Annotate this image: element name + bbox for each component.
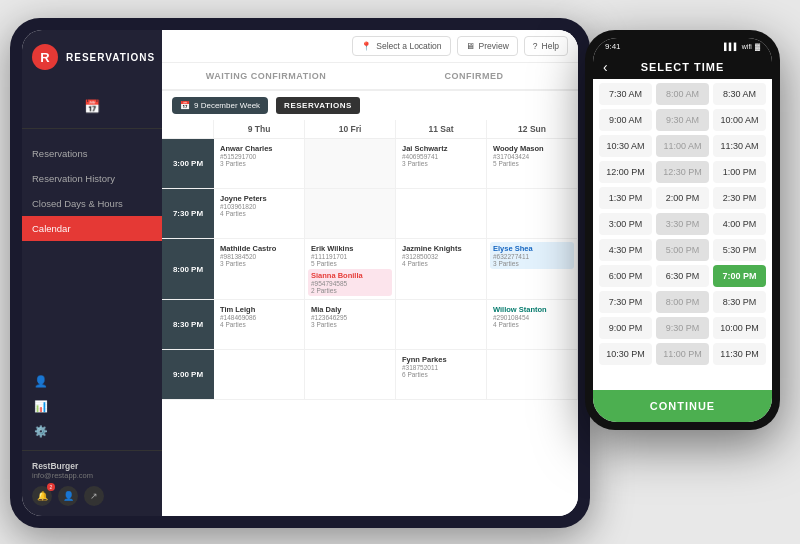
cal-cell[interactable]: Elyse Shea #632277411 3 Parties (487, 239, 578, 299)
time-slot[interactable]: 11:30 PM (713, 343, 766, 365)
preview-button[interactable]: 🖥 Preview (457, 36, 518, 56)
tablet-screen: R RESERVATIONS 📅 Reservations Reservatio… (22, 30, 578, 516)
table-row: 8:00 PM Mathilde Castro #981384520 3 Par… (162, 239, 578, 300)
time-slot[interactable]: 3:00 PM (599, 213, 652, 235)
time-slot[interactable]: 9:00 PM (599, 317, 652, 339)
time-slot[interactable]: 7:00 PM (713, 265, 766, 287)
reservation-card: Woody Mason #317043424 5 Parties (490, 142, 574, 169)
phone-header-title: SELECT TIME (641, 61, 725, 73)
tab-waiting[interactable]: WAITING CONFIRMATION (162, 63, 370, 91)
time-slot[interactable]: 7:30 AM (599, 83, 652, 105)
cal-cell[interactable]: Mathilde Castro #981384520 3 Parties (214, 239, 305, 299)
tab-confirmed[interactable]: CONFIRMED (370, 63, 578, 91)
cal-toolbar: 📅 9 December Week RESERVATIONS (162, 91, 578, 120)
time-slot[interactable]: 4:30 PM (599, 239, 652, 261)
time-slot[interactable]: 8:00 PM (656, 291, 709, 313)
table-row: 7:30 PM Joyne Peters #103961820 4 Partie… (162, 189, 578, 239)
time-slot[interactable]: 9:00 AM (599, 109, 652, 131)
time-slot[interactable]: 1:00 PM (713, 161, 766, 183)
tabs-row: WAITING CONFIRMATION CONFIRMED (162, 63, 578, 91)
sidebar-user-email: info@restapp.com (32, 471, 152, 480)
time-label: 7:30 PM (162, 189, 214, 238)
calendar-icon[interactable]: 📅 (78, 92, 106, 120)
time-label: 3:00 PM (162, 139, 214, 188)
reservation-card: Tim Leigh #148469086 4 Parties (217, 303, 301, 330)
reservation-card: Joyne Peters #103961820 4 Parties (217, 192, 301, 219)
cal-grid: 9 Thu 10 Fri 11 Sat 12 Sun 3:00 PM Anwar… (162, 120, 578, 516)
time-slot[interactable]: 9:30 AM (656, 109, 709, 131)
time-slot[interactable]: 11:00 PM (656, 343, 709, 365)
time-slot[interactable]: 2:30 PM (713, 187, 766, 209)
cal-cell[interactable]: Jazmine Knights #312850032 4 Parties (396, 239, 487, 299)
sidebar-item-history[interactable]: Reservation History (22, 166, 162, 191)
top-bar: 📍 Select a Location 🖥 Preview ? Help (162, 30, 578, 63)
reservation-card: Mathilde Castro #981384520 3 Parties (217, 242, 301, 269)
cal-cell[interactable]: Woody Mason #317043424 5 Parties (487, 139, 578, 188)
col-fri: 10 Fri (305, 120, 396, 138)
cal-cell[interactable]: Jai Schwartz #406959741 3 Parties (396, 139, 487, 188)
sidebar-item-calendar[interactable]: Calendar (22, 216, 162, 241)
time-slot[interactable]: 8:30 AM (713, 83, 766, 105)
col-sun: 12 Sun (487, 120, 578, 138)
cal-cell[interactable]: Willow Stanton #290108454 4 Parties (487, 300, 578, 349)
calendar-small-icon: 📅 (180, 101, 190, 110)
time-slot[interactable]: 10:30 AM (599, 135, 652, 157)
select-location-button[interactable]: 📍 Select a Location (352, 36, 450, 56)
time-slot[interactable]: 12:00 PM (599, 161, 652, 183)
sidebar-user-name: RestBurger (32, 461, 152, 471)
time-slot[interactable]: 10:00 PM (713, 317, 766, 339)
time-slot[interactable]: 12:30 PM (656, 161, 709, 183)
phone-status-icons: ▌▌▌ wifi ▓ (724, 43, 760, 50)
reservation-card: Jazmine Knights #312850032 4 Parties (399, 242, 483, 269)
reservations-button[interactable]: RESERVATIONS (276, 97, 360, 114)
cal-cell[interactable]: Mia Daly #123646295 3 Parties (305, 300, 396, 349)
time-slot[interactable]: 6:30 PM (656, 265, 709, 287)
logout-icon[interactable]: ↗ (84, 486, 104, 506)
sidebar-bottom-icons: 🔔 2 👤 ↗ (32, 486, 152, 506)
logo-circle: R (32, 44, 58, 70)
time-slot[interactable]: 8:00 AM (656, 83, 709, 105)
cal-cell[interactable]: Fynn Parkes #318752011 6 Parties (396, 350, 487, 399)
time-slot[interactable]: 7:30 PM (599, 291, 652, 313)
time-slot[interactable]: 1:30 PM (599, 187, 652, 209)
cal-cell[interactable]: Erik Wilkins #111191701 5 Parties Sianna… (305, 239, 396, 299)
back-button[interactable]: ‹ (603, 59, 608, 75)
time-slot[interactable]: 11:00 AM (656, 135, 709, 157)
cal-cell[interactable]: Tim Leigh #148469086 4 Parties (214, 300, 305, 349)
help-button[interactable]: ? Help (524, 36, 568, 56)
phone: 9:41 ▌▌▌ wifi ▓ ‹ SELECT TIME 7:30 AM8:0… (585, 30, 780, 430)
cal-cell (305, 189, 396, 238)
notifications-icon[interactable]: 🔔 2 (32, 486, 52, 506)
cal-cell[interactable]: Anwar Charles #515291700 3 Parties (214, 139, 305, 188)
week-button[interactable]: 📅 9 December Week (172, 97, 268, 114)
col-sat: 11 Sat (396, 120, 487, 138)
time-slot[interactable]: 11:30 AM (713, 135, 766, 157)
col-thu: 9 Thu (214, 120, 305, 138)
cal-cell (305, 139, 396, 188)
time-slot[interactable]: 10:30 PM (599, 343, 652, 365)
cal-cell (396, 300, 487, 349)
time-slot[interactable]: 3:30 PM (656, 213, 709, 235)
time-slot[interactable]: 4:00 PM (713, 213, 766, 235)
time-label: 8:00 PM (162, 239, 214, 299)
time-slot[interactable]: 10:00 AM (713, 109, 766, 131)
reservation-card: Erik Wilkins #111191701 5 Parties (308, 242, 392, 269)
sidebar-item-closed-days[interactable]: Closed Days & Hours (22, 191, 162, 216)
tablet: R RESERVATIONS 📅 Reservations Reservatio… (10, 18, 590, 528)
phone-status-bar: 9:41 ▌▌▌ wifi ▓ (593, 38, 772, 55)
cal-cell[interactable]: Joyne Peters #103961820 4 Parties (214, 189, 305, 238)
wifi-icon: wifi (742, 43, 752, 50)
time-slot[interactable]: 9:30 PM (656, 317, 709, 339)
phone-header: ‹ SELECT TIME (593, 55, 772, 79)
time-slot[interactable]: 2:00 PM (656, 187, 709, 209)
time-label: 9:00 PM (162, 350, 214, 399)
sidebar-icon-strip: 📅 (22, 84, 162, 129)
continue-button[interactable]: CONTINUE (593, 390, 772, 422)
time-slot[interactable]: 8:30 PM (713, 291, 766, 313)
time-slot[interactable]: 6:00 PM (599, 265, 652, 287)
col-time (162, 120, 214, 138)
time-slot[interactable]: 5:00 PM (656, 239, 709, 261)
sidebar-item-reservations[interactable]: Reservations (22, 141, 162, 166)
time-slot[interactable]: 5:30 PM (713, 239, 766, 261)
user-icon[interactable]: 👤 (58, 486, 78, 506)
